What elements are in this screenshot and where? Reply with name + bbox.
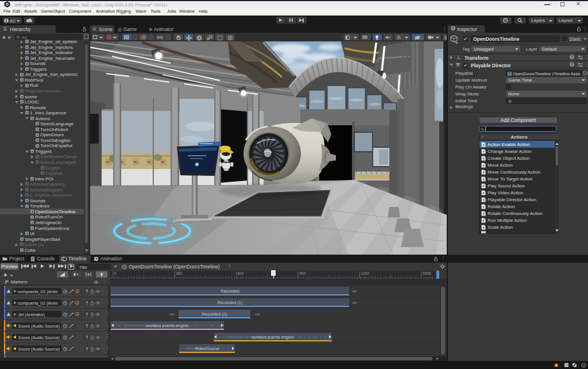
svg-text:1500: 1500 <box>423 271 431 275</box>
svg-text:600: 600 <box>238 271 244 275</box>
svg-text:1200: 1200 <box>361 271 370 275</box>
svg-text:300: 300 <box>176 271 182 275</box>
svg-text:0: 0 <box>114 271 117 275</box>
svg-text:900: 900 <box>299 271 305 275</box>
